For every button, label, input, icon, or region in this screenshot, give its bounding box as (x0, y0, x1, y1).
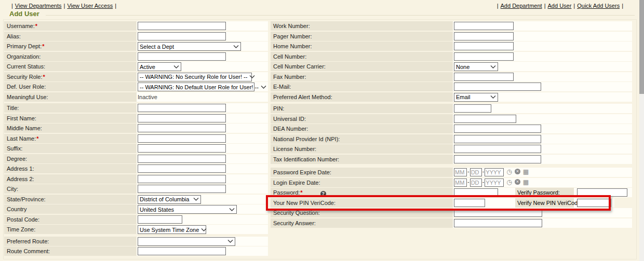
topbar-link-view-departments[interactable]: View Departments (15, 3, 62, 9)
date-separator: - (467, 168, 469, 174)
last-name-input[interactable] (138, 134, 226, 143)
address-2-input[interactable] (138, 175, 226, 183)
alias-input[interactable] (138, 32, 226, 40)
security-answer-input[interactable] (454, 219, 542, 227)
field-cell (137, 246, 268, 256)
field-label: Fax Number: (271, 72, 453, 81)
topbar-link-quick-add-users[interactable]: Quick Add Users (577, 3, 620, 9)
title-divider (46, 15, 635, 16)
suffix-input[interactable] (138, 144, 226, 153)
cell-number-carrier-select[interactable]: None (454, 62, 498, 71)
national-provider-id-npi-input[interactable] (454, 135, 541, 143)
primary-dept-select[interactable]: Select a Dept (138, 42, 241, 51)
tax-identification-number-input[interactable] (454, 155, 541, 163)
title-input[interactable] (138, 104, 226, 112)
separator: | (497, 3, 499, 9)
field-label: Title: (4, 103, 137, 113)
your-new-pin-vericode-input[interactable] (454, 199, 485, 207)
first-name-input[interactable] (138, 114, 226, 122)
field-label-text: First Name: (7, 115, 36, 121)
form-row: PIN: (271, 104, 632, 113)
verify-password-input[interactable] (577, 188, 627, 197)
field-label: Login Expire Date: (271, 178, 453, 187)
form-row: Postal Code: (4, 215, 268, 224)
calendar-icon[interactable]: ▦ (523, 178, 529, 186)
chevron-down-icon (227, 240, 233, 243)
field-label: State/Province: (4, 195, 137, 204)
organization-input[interactable] (138, 52, 226, 61)
cell-number-input[interactable] (454, 52, 514, 61)
route-comment-input[interactable] (138, 247, 226, 255)
clock-icon[interactable]: ◷ (506, 178, 512, 186)
username-input[interactable] (138, 22, 226, 30)
degree-input[interactable] (138, 155, 226, 163)
home-number-input[interactable] (454, 42, 514, 50)
required-asterisk: * (43, 74, 45, 80)
field-label-text: Time Zone: (7, 226, 35, 232)
universal-id-input[interactable] (454, 115, 516, 123)
field-label-text: Cell Number Carrier: (273, 63, 326, 70)
clock-icon[interactable]: ◷ (506, 168, 512, 175)
password-expire-date-yyyy-input[interactable] (485, 168, 504, 176)
date-separator: - (482, 178, 485, 185)
topbar-link-add-user[interactable]: Add User (548, 3, 572, 9)
topbar-link-view-user-access[interactable]: View User Access (67, 3, 113, 9)
field-cell: Verify Password: (453, 188, 632, 197)
form-row: Cell Number: (271, 52, 632, 61)
scrollbar[interactable] (639, 0, 644, 261)
def-user-role-select[interactable]: -- WARNING: No Default User Role for Use… (138, 83, 254, 91)
form-row: Address 1: (4, 164, 268, 173)
field-cell: Select a Dept (137, 42, 268, 51)
login-expire-date-yyyy-input[interactable] (485, 178, 504, 187)
login-expire-date-mm-input[interactable] (454, 178, 467, 187)
clear-icon[interactable]: × (515, 169, 520, 174)
field-cell (137, 154, 268, 163)
login-expire-date-dd-input[interactable] (470, 178, 482, 187)
help-icon[interactable]: ? (320, 191, 326, 197)
current-status-select[interactable]: Active (138, 62, 181, 71)
topbar-link-add-department[interactable]: Add Department (501, 3, 542, 9)
field-cell (453, 104, 632, 113)
form-row: Middle Name: (4, 123, 268, 133)
form-row: Last Name:* (4, 134, 268, 143)
address-1-input[interactable] (138, 164, 226, 173)
state-province-select[interactable]: District of Columbia (138, 195, 201, 204)
preferred-route-select[interactable] (138, 237, 235, 246)
dea-number-input[interactable] (454, 125, 541, 133)
password-expire-date-dd-input[interactable] (470, 168, 482, 176)
e-mail-input[interactable] (454, 83, 541, 91)
pager-number-input[interactable] (454, 32, 514, 40)
time-zone-select[interactable]: Use System Time Zone (138, 225, 206, 234)
field-cell (453, 144, 632, 154)
scrollbar-thumb[interactable] (639, 0, 644, 94)
country-select[interactable]: United States (138, 205, 237, 214)
calendar-icon[interactable]: ▦ (523, 168, 529, 175)
field-cell (453, 114, 632, 123)
selected-option-label: Active (140, 64, 155, 70)
pin-input[interactable] (454, 104, 491, 113)
license-number-input[interactable] (454, 145, 541, 153)
city-input[interactable] (138, 185, 226, 193)
field-cell (453, 32, 632, 41)
fax-number-input[interactable] (454, 73, 514, 81)
field-label-text: Suffix: (7, 145, 22, 152)
required-asterisk: * (35, 23, 37, 29)
field-label: Meaningful Use: (4, 92, 137, 102)
security-role-select[interactable]: -- WARNING: No Security Role for User! -… (138, 73, 252, 81)
field-label-text: DEA Number: (273, 126, 308, 132)
clear-icon[interactable]: × (515, 179, 520, 185)
field-cell (453, 124, 632, 133)
required-asterisk: * (42, 43, 44, 49)
preferred-alert-method-select[interactable]: Email (454, 93, 498, 102)
field-label-text: Your New PIN VeriCode: (273, 200, 336, 206)
field-label: Security Role:* (4, 72, 137, 81)
work-number-input[interactable] (454, 22, 514, 30)
verify-new-pin-vericode-input[interactable] (577, 199, 611, 207)
form-row: Fax Number: (271, 72, 632, 81)
password-input[interactable] (454, 188, 498, 197)
postal-code-input[interactable] (138, 215, 182, 224)
security-question-input[interactable] (454, 209, 542, 217)
middle-name-input[interactable] (138, 124, 226, 132)
form-right-column: Work Number:Pager Number:Home Number:Cel… (271, 21, 632, 228)
password-expire-date-mm-input[interactable] (454, 168, 467, 176)
